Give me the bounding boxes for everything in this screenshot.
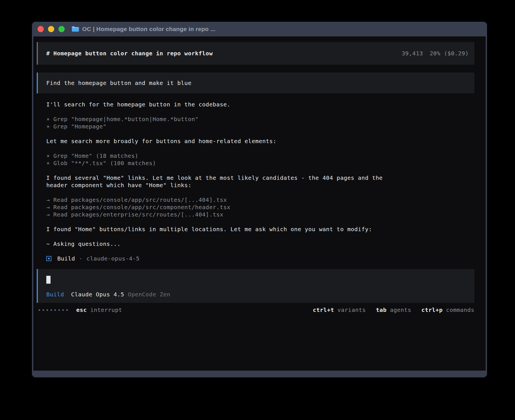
terminal-content: # Homepage button color change in repo w… [33,36,486,371]
tool-call-grep: ∗ Grep "homepage|home.*button|Home.*butt… [46,115,474,123]
shortcut-variants: ctrl+t variants [313,306,366,314]
tool-call-read: → Read packages/console/app/src/componen… [46,204,474,211]
status-bar: esc interrupt ctrl+t variants tab agents… [37,306,474,314]
tool-call-read: → Read packages/console/app/src/routes/[… [46,196,474,204]
agent-name: Build [57,255,75,262]
shortcut-key: ctrl+p [421,306,442,314]
spinner-dot [51,309,52,311]
spinner-dot [66,309,68,311]
spinner-dot [54,309,56,311]
agent-mode-label: Build [46,291,64,298]
terminal-window: OC | Homepage button color change in rep… [32,22,487,377]
user-message-text: Find the homepage button and make it blu… [46,80,191,86]
spinner-dot [62,309,64,311]
model-name: Claude Opus 4.5 [71,291,124,298]
assistant-paragraph-1: I'll search for the homepage button in t… [37,101,474,108]
agent-build-icon [46,256,51,261]
spinner-dots [39,309,68,311]
minimize-window-button[interactable] [48,26,54,32]
tool-call-glob: ∗ Glob "**/*.tsx" (100 matches) [46,159,474,167]
assistant-paragraph-2: Let me search more broadly for buttons a… [37,137,474,145]
tool-call-read: → Read packages/enterprise/src/routes/[.… [46,211,474,218]
maximize-window-button[interactable] [58,26,65,32]
session-stats: 39,413 20% ($0.29) [402,50,469,57]
tool-call-group-3: → Read packages/console/app/src/routes/[… [37,196,474,218]
model-status-row: BuildClaude Opus 4.5OpenCode Zen [46,291,469,298]
esc-label: interrupt [90,306,122,314]
provider-name: OpenCode Zen [128,291,171,298]
agent-model: claude-opus-4-5 [86,255,139,262]
traffic-lights [38,26,65,32]
shortcut-commands: ctrl+p commands [421,306,474,314]
tool-call-group-2: ∗ Grep "Home" (18 matches) ∗ Glob "**/*.… [37,152,474,167]
shortcut-label: commands [446,306,474,314]
folder-icon [71,26,79,32]
text-cursor [46,276,51,284]
shortcut-label: agents [390,306,411,314]
spinner-dot [39,309,40,311]
close-window-button[interactable] [38,26,44,32]
prompt-input[interactable]: BuildClaude Opus 4.5OpenCode Zen [37,269,474,303]
shortcut-label: variants [337,306,366,314]
tool-call-grep: ∗ Grep "Homepage" [46,123,474,130]
context-percent-cost: 20% ($0.29) [430,50,469,57]
status-bar-left: esc interrupt [39,306,122,314]
session-title: # Homepage button color change in repo w… [46,50,213,57]
status-bar-right: ctrl+t variants tab agents ctrl+p comman… [313,306,474,314]
session-header: # Homepage button color change in repo w… [37,42,474,65]
assistant-status-asking: ~ Asking questions... [37,240,474,248]
agent-separator: · [79,255,83,262]
assistant-paragraph-3: I found several "Home" links. Let me loo… [37,174,474,189]
tool-call-group-1: ∗ Grep "homepage|home.*button|Home.*butt… [37,115,474,130]
paragraph-line: header component which have "Home" links… [46,182,191,189]
window-titlebar[interactable]: OC | Homepage button color change in rep… [32,22,487,36]
agent-status-line: Build · claude-opus-4-5 [37,255,474,262]
input-cursor-line [46,276,469,283]
esc-key: esc [76,306,87,314]
spinner-dot [43,309,44,311]
assistant-paragraph-4: I found "Home" buttons/links in multiple… [37,226,474,233]
shortcut-agents: tab agents [376,306,411,314]
window-bottom-frame [32,371,487,377]
tool-call-grep: ∗ Grep "Home" (18 matches) [46,152,474,159]
shortcut-key: ctrl+t [313,306,334,314]
spinner-dot [47,309,48,311]
paragraph-line: I found several "Home" links. Let me loo… [46,174,383,181]
token-count: 39,413 [402,50,423,57]
shortcut-key: tab [376,306,387,314]
spinner-dot [58,309,60,311]
user-message: Find the homepage button and make it blu… [37,73,474,93]
window-title: OC | Homepage button color change in rep… [82,26,215,32]
